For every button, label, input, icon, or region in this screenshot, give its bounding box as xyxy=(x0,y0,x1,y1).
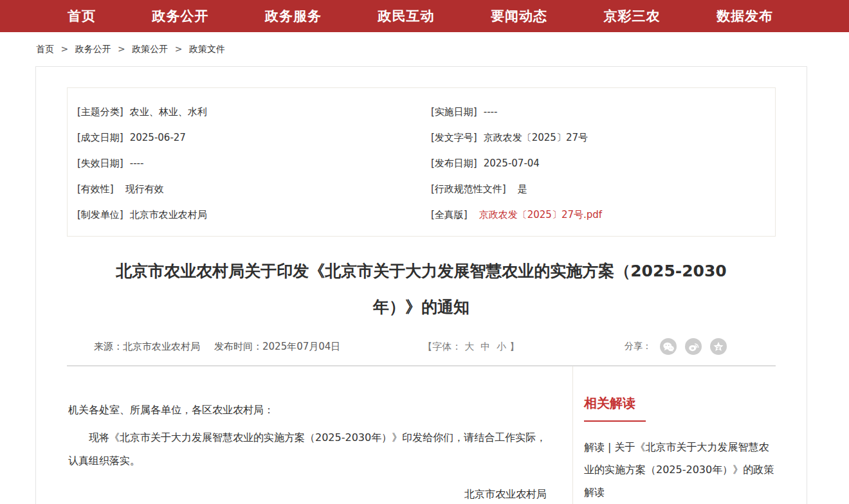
pdf-download-link[interactable]: 京政农发〔2025〕27号.pdf xyxy=(479,209,602,221)
meta-value: 北京市农业农村局 xyxy=(130,209,207,221)
meta-label: [主题分类] xyxy=(77,106,123,118)
body-paragraph: 现将《北京市关于大力发展智慧农业的实施方案（2025-2030年）》印发给你们，… xyxy=(68,426,547,473)
nav-item-gov-open[interactable]: 政务公开 xyxy=(152,7,209,25)
meta-row-full-version: [全真版] 京政农发〔2025〕27号.pdf xyxy=(431,202,775,228)
meta-label: [有效性] xyxy=(77,183,114,195)
share-group: 分享： xyxy=(625,338,727,355)
publish-value: 2025年07月04日 xyxy=(262,341,340,352)
nav-item-jingcai[interactable]: 京彩三农 xyxy=(604,7,661,25)
meta-label: [实施日期] xyxy=(431,106,477,118)
wechat-icon xyxy=(663,342,674,352)
salutation-line: 机关各处室、所属各单位，各区农业农村局： xyxy=(68,399,547,422)
meta-row-normative-doc: [行政规范性文件] 是 xyxy=(431,176,775,202)
signature-org: 北京市农业农村局 xyxy=(68,483,547,504)
source-info: 来源：北京市农业农村局 xyxy=(94,341,200,353)
meta-value: 农业、林业、水利 xyxy=(130,106,207,118)
sidebar-title: 相关解读 xyxy=(584,395,776,412)
meta-row-implement-date: [实施日期] ---- xyxy=(431,99,775,125)
breadcrumb-home[interactable]: 首页 xyxy=(36,44,54,54)
article-body: 机关各处室、所属各单位，各区农业农村局： 现将《北京市关于大力发展智慧农业的实施… xyxy=(67,366,572,504)
meta-value: ---- xyxy=(130,158,144,169)
meta-label: [成文日期] xyxy=(77,132,123,144)
share-wechat-button[interactable] xyxy=(660,338,677,355)
source-label: 来源： xyxy=(94,341,123,352)
meta-label: [行政规范性文件] xyxy=(431,183,506,195)
top-nav: 首页 政务公开 政务服务 政民互动 要闻动态 京彩三农 数据发布 xyxy=(0,0,849,32)
share-qzone-button[interactable] xyxy=(710,338,727,355)
share-label: 分享： xyxy=(625,341,652,352)
nav-item-data[interactable]: 数据发布 xyxy=(717,7,773,25)
font-size-large-button[interactable]: 大 xyxy=(464,341,474,352)
source-value: 北京市农业农村局 xyxy=(123,341,200,352)
meta-row-doc-number: [发文字号] 京政农发〔2025〕27号 xyxy=(431,125,775,150)
sidebar-title-underline xyxy=(584,420,646,422)
meta-value: 京政农发〔2025〕27号 xyxy=(484,132,588,144)
breadcrumb-policy-open[interactable]: 政策公开 xyxy=(132,44,168,54)
qzone-star-icon xyxy=(713,341,724,352)
meta-value: 现行有效 xyxy=(125,183,164,195)
share-weibo-button[interactable] xyxy=(685,338,702,355)
meta-label: [制发单位] xyxy=(77,209,123,221)
font-ctrl-prefix: 【字体： xyxy=(423,341,461,352)
content-card: [主题分类] 农业、林业、水利 [成文日期] 2025-06-27 [失效日期]… xyxy=(35,66,807,504)
font-size-medium-button[interactable]: 中 xyxy=(480,341,490,352)
breadcrumb-gov-open[interactable]: 政务公开 xyxy=(75,44,111,54)
document-meta-box: [主题分类] 农业、林业、水利 [成文日期] 2025-06-27 [失效日期]… xyxy=(67,87,776,237)
breadcrumb: 首页 > 政务公开 > 政策公开 > 政策文件 xyxy=(36,44,849,55)
meta-value: ---- xyxy=(484,106,498,118)
related-reading-sidebar: 相关解读 解读 | 关于《北京市关于大力发展智慧农业的实施方案（2025-203… xyxy=(572,366,776,504)
publish-info: 发布时间：2025年07月04日 xyxy=(214,341,340,353)
meta-column-left: [主题分类] 农业、林业、水利 [成文日期] 2025-06-27 [失效日期]… xyxy=(68,99,421,228)
breadcrumb-policy-files: 政策文件 xyxy=(189,44,225,54)
meta-row-issuing-unit: [制发单位] 北京市农业农村局 xyxy=(77,202,421,228)
meta-row-expiry-date: [失效日期] ---- xyxy=(77,150,421,176)
nav-item-interaction[interactable]: 政民互动 xyxy=(378,7,435,25)
meta-value: 是 xyxy=(518,183,527,195)
page-title: 北京市农业农村局关于印发《北京市关于大力发展智慧农业的实施方案（2025-203… xyxy=(100,253,742,325)
meta-label: [全真版] xyxy=(431,209,468,221)
meta-column-right: [实施日期] ---- [发文字号] 京政农发〔2025〕27号 [发布日期] … xyxy=(421,99,775,228)
meta-row-topic: [主题分类] 农业、林业、水利 xyxy=(77,99,421,125)
nav-item-news[interactable]: 要闻动态 xyxy=(491,7,547,25)
font-size-small-button[interactable]: 小 xyxy=(497,341,506,352)
publish-label: 发布时间： xyxy=(214,341,262,352)
meta-value: 2025-06-27 xyxy=(130,132,186,143)
meta-row-publish-date: [发布日期] 2025-07-04 xyxy=(431,150,775,176)
related-interpretation-link[interactable]: 解读 | 关于《北京市关于大力发展智慧农业的实施方案（2025-2030年）》的… xyxy=(584,436,774,503)
main-row: 机关各处室、所属各单位，各区农业农村局： 现将《北京市关于大力发展智慧农业的实施… xyxy=(67,366,776,504)
weibo-icon xyxy=(688,341,699,352)
meta-row-written-date: [成文日期] 2025-06-27 xyxy=(77,125,421,150)
font-ctrl-suffix: 】 xyxy=(509,341,519,352)
breadcrumb-separator: > xyxy=(60,44,68,54)
meta-label: [发布日期] xyxy=(431,158,477,170)
breadcrumb-separator: > xyxy=(118,44,125,54)
meta-label: [发文字号] xyxy=(431,132,477,144)
nav-item-gov-service[interactable]: 政务服务 xyxy=(265,7,322,25)
meta-row-validity: [有效性] 现行有效 xyxy=(77,176,421,202)
meta-label: [失效日期] xyxy=(77,158,123,170)
meta-value: 2025-07-04 xyxy=(484,158,540,169)
article-info-row: 来源：北京市农业农村局 发布时间：2025年07月04日 【字体：大中小】 分享… xyxy=(67,334,776,359)
nav-item-home[interactable]: 首页 xyxy=(68,7,96,25)
breadcrumb-separator: > xyxy=(175,44,183,54)
font-size-control: 【字体：大中小】 xyxy=(423,341,519,353)
